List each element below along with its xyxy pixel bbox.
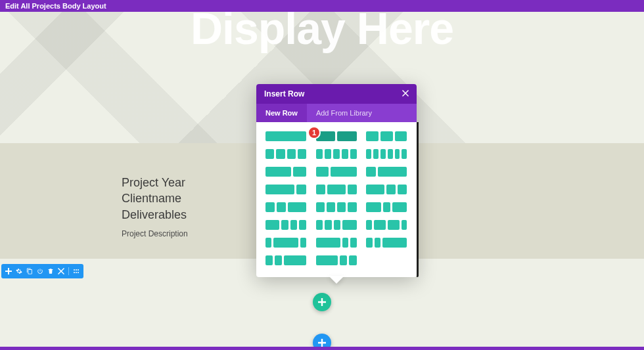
layout-1-2-1[interactable] <box>316 185 357 194</box>
layout-3-1s[interactable] <box>316 255 357 265</box>
svg-point-0 <box>74 269 75 271</box>
layout-4col[interactable] <box>265 149 306 159</box>
svg-point-1 <box>74 272 75 273</box>
top-bar-title: Edit All Projects Body Layout <box>5 2 106 10</box>
gear-icon[interactable] <box>14 267 24 276</box>
plus-icon[interactable] <box>4 267 13 276</box>
toolbar-divider <box>68 267 69 275</box>
more-icon[interactable] <box>72 267 81 276</box>
layout-3-1[interactable] <box>265 185 306 194</box>
popover-close-button[interactable] <box>402 89 409 98</box>
power-icon[interactable] <box>35 267 45 276</box>
layout-1-1-4[interactable] <box>366 238 407 248</box>
layout-2col[interactable] <box>316 131 357 141</box>
layout-2-1-1[interactable] <box>366 185 407 194</box>
layout-1-4-1[interactable] <box>265 238 306 248</box>
layout-1-1-2[interactable] <box>265 202 306 212</box>
layout-1col[interactable] <box>265 131 306 141</box>
layout-1-2[interactable] <box>316 167 357 177</box>
row-layouts-grid: 1 <box>256 122 417 277</box>
layout-1-2-2-1[interactable] <box>366 220 407 230</box>
add-row-button[interactable] <box>313 293 331 311</box>
layout-2-1[interactable] <box>265 167 306 177</box>
popover-title: Insert Row <box>264 89 304 98</box>
layout-4-1-1[interactable] <box>316 238 357 248</box>
bottom-strip <box>0 347 644 350</box>
layout-5col[interactable] <box>316 149 357 159</box>
layout-1-3[interactable] <box>366 167 407 177</box>
svg-point-5 <box>78 272 79 273</box>
layout-6col[interactable] <box>366 149 407 159</box>
popover-scroll-edge <box>417 122 419 277</box>
popover-header: Insert Row <box>256 84 417 104</box>
tab-add-from-library[interactable]: Add From Library <box>307 104 381 122</box>
popover-tail <box>329 276 344 284</box>
section-toolbar <box>1 264 83 278</box>
insert-row-popover: Insert Row New Row Add From Library 1 <box>256 84 417 277</box>
popover-tabs: New Row Add From Library <box>256 104 417 122</box>
tab-new-row[interactable]: New Row <box>256 104 307 122</box>
project-info-text: Project Year Clientname Deliverables Pro… <box>122 175 188 238</box>
info-deliverables: Deliverables <box>122 207 188 223</box>
info-client: Clientname <box>122 190 188 206</box>
layout-1s-3[interactable] <box>265 255 306 265</box>
hero-title: Display Here <box>0 12 644 54</box>
layout-2-1-1-1[interactable] <box>265 220 306 230</box>
close-icon[interactable] <box>57 267 66 276</box>
svg-point-3 <box>76 272 77 273</box>
info-description: Project Description <box>122 229 188 238</box>
layout-1-2s-1[interactable] <box>316 202 357 212</box>
svg-point-4 <box>78 269 79 271</box>
layout-3col[interactable] <box>366 131 407 141</box>
svg-point-2 <box>76 269 77 271</box>
layout-2-1-2[interactable] <box>366 202 407 212</box>
top-bar: Edit All Projects Body Layout <box>0 0 644 12</box>
layout-1-1-1-2[interactable] <box>316 220 357 230</box>
info-year: Project Year <box>122 175 188 190</box>
copy-icon[interactable] <box>25 267 34 276</box>
step-badge: 1 <box>308 126 321 139</box>
trash-icon[interactable] <box>46 267 55 276</box>
